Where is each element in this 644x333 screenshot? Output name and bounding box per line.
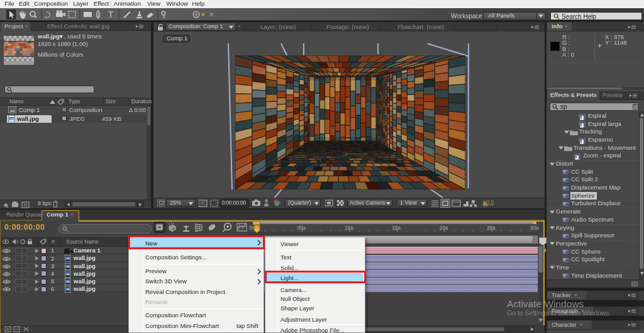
svg-text:T: T — [108, 9, 114, 20]
